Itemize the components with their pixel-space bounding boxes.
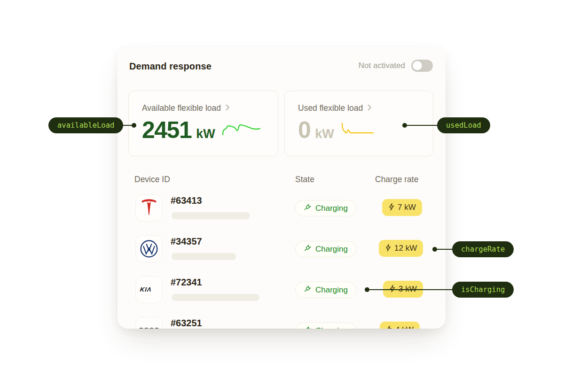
callout-pill: usedLoad bbox=[437, 117, 490, 133]
audi-logo-icon bbox=[135, 317, 163, 329]
page-title: Demand response bbox=[129, 61, 212, 72]
svg-text:KIΛ: KIΛ bbox=[140, 286, 152, 293]
chevron-right-icon bbox=[226, 104, 230, 113]
state-badge: Charging bbox=[295, 241, 356, 257]
callout-pill: availableLoad bbox=[48, 117, 123, 133]
callout-charge-rate: chargeRate bbox=[432, 241, 514, 257]
connector-dot bbox=[132, 123, 136, 128]
callout-is-charging: isCharging bbox=[365, 282, 514, 298]
charge-rate-value: 12 kW bbox=[394, 244, 417, 253]
used-load-sparkline-icon bbox=[341, 122, 375, 138]
stat-label: Used flexible load bbox=[298, 103, 363, 113]
chevron-right-icon bbox=[368, 104, 372, 113]
state-label: Charging bbox=[315, 245, 348, 254]
table-row: #63413 Charging 7 kW bbox=[118, 194, 446, 222]
connector-dot bbox=[432, 247, 437, 252]
toggle-knob bbox=[413, 61, 422, 70]
callout-available-load: availableLoad bbox=[48, 117, 136, 133]
page: Demand response Not activated Available … bbox=[0, 0, 564, 392]
kia-logo-icon: KIΛ bbox=[135, 276, 163, 303]
toggle-status-label: Not activated bbox=[359, 61, 405, 70]
column-header-state: State bbox=[295, 175, 314, 184]
charge-rate-badge: 12 kW bbox=[379, 240, 423, 257]
connector-line bbox=[437, 249, 452, 250]
column-header-charge-rate: Charge rate bbox=[375, 175, 418, 184]
charge-rate-badge: 7 kW bbox=[382, 199, 422, 216]
connector-line bbox=[369, 289, 452, 290]
table-row: #34357 Charging 12 kW bbox=[118, 235, 446, 262]
state-label: Charging bbox=[315, 285, 348, 295]
ev-plug-icon bbox=[304, 244, 312, 254]
connector-dot bbox=[402, 123, 407, 128]
column-header-device-id: Device ID bbox=[134, 175, 170, 184]
used-load-unit: kW bbox=[315, 127, 334, 141]
device-id: #34357 bbox=[171, 236, 202, 247]
ev-plug-icon bbox=[304, 285, 312, 295]
state-label: Charging bbox=[315, 204, 348, 213]
device-id: #63413 bbox=[171, 195, 202, 206]
available-load-unit: kW bbox=[196, 127, 215, 141]
available-load-card[interactable]: Available flexible load 2451 kW bbox=[128, 91, 278, 156]
connector-line bbox=[407, 125, 437, 126]
activation-toggle[interactable] bbox=[411, 60, 433, 72]
available-load-value: 2451 bbox=[142, 117, 191, 143]
bolt-icon bbox=[388, 203, 395, 213]
charge-rate-badge: 4 kW bbox=[380, 322, 420, 329]
callout-used-load: usedLoad bbox=[402, 117, 490, 133]
device-meta-placeholder bbox=[172, 294, 259, 301]
charge-rate-value: 4 kW bbox=[395, 325, 414, 329]
stat-label: Available flexible load bbox=[142, 103, 221, 113]
volkswagen-logo-icon bbox=[135, 235, 163, 262]
stats-row: Available flexible load 2451 kW bbox=[128, 91, 433, 156]
state-label: Charging bbox=[315, 326, 348, 329]
state-badge: Charging bbox=[295, 200, 356, 216]
device-id: #72341 bbox=[171, 277, 202, 288]
available-load-sparkline-icon bbox=[222, 122, 262, 138]
connector-dot bbox=[365, 287, 369, 292]
charge-rate-value: 7 kW bbox=[398, 203, 416, 212]
device-id: #63251 bbox=[171, 318, 202, 329]
callout-pill: isCharging bbox=[452, 282, 514, 298]
used-load-value: 0 bbox=[298, 117, 310, 143]
bolt-icon bbox=[385, 244, 392, 254]
connector-line bbox=[123, 125, 132, 126]
state-badge: Charging bbox=[295, 282, 356, 298]
activation-control: Not activated bbox=[359, 60, 433, 72]
tesla-logo-icon bbox=[135, 194, 163, 222]
device-meta-placeholder bbox=[172, 212, 250, 219]
table-row: #63251 Charging 4 kW bbox=[118, 317, 446, 329]
bolt-icon bbox=[386, 325, 392, 329]
device-meta-placeholder bbox=[172, 253, 236, 260]
ev-plug-icon bbox=[304, 326, 312, 329]
ev-plug-icon bbox=[304, 203, 312, 213]
state-badge: Charging bbox=[295, 323, 356, 329]
callout-pill: chargeRate bbox=[452, 241, 514, 257]
